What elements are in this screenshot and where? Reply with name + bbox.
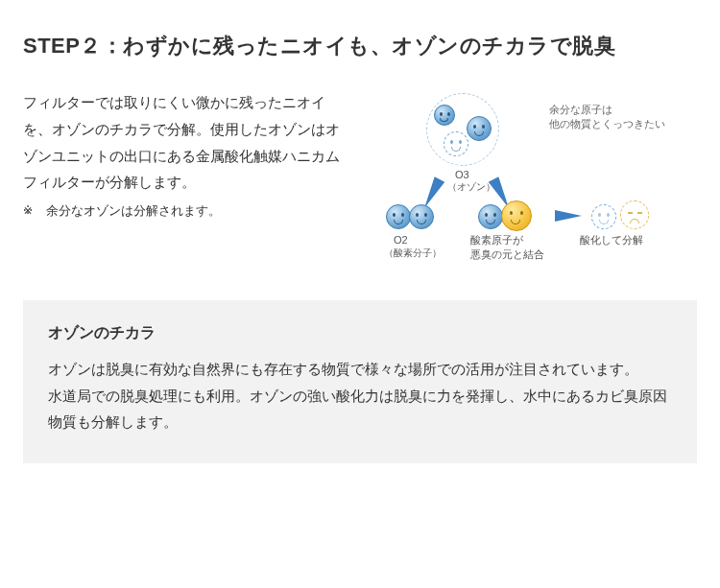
footnote-mark: ※ <box>23 203 33 217</box>
oxygen-atom-icon <box>478 204 503 229</box>
diagram-o2-label: O2 <box>394 233 408 247</box>
footnote-text: 余分なオゾンは分解されます。 <box>46 203 221 218</box>
decomposed-odor-icon <box>620 200 649 229</box>
step-heading: STEP２：わずかに残ったニオイも、オゾンのチカラで脱臭 <box>23 29 697 62</box>
ozone-callout: オゾンのチカラ オゾンは脱臭に有効な自然界にも存在する物質で様々な場所での活用が… <box>23 300 697 463</box>
main-text-block: フィルターでは取りにくい微かに残ったニオイを、オゾンのチカラで分解。使用したオゾ… <box>23 89 340 271</box>
o2-atom-icon <box>386 204 411 229</box>
odor-molecule-icon <box>501 200 532 231</box>
main-row: フィルターでは取りにくい微かに残ったニオイを、オゾンのチカラで分解。使用したオゾ… <box>23 89 697 271</box>
diagram-oxide-label: 酸化して分解 <box>580 233 643 247</box>
o3-extra-atom-icon <box>444 131 468 156</box>
arrow-right-icon <box>555 210 582 222</box>
diagram-combine-label-1: 酸素原子が <box>470 233 523 247</box>
callout-title: オゾンのチカラ <box>48 323 672 343</box>
diagram-note: 余分な原子は 他の物質とくっつきたい <box>549 103 665 131</box>
o2-atom-icon <box>409 204 434 229</box>
ozone-diagram: 余分な原子は 他の物質とくっつきたい O3 （オゾン） O2 （酸素分子） <box>357 89 697 271</box>
callout-body: オゾンは脱臭に有効な自然界にも存在する物質で様々な場所での活用が注目されています… <box>48 357 672 436</box>
footnote: ※ 余分なオゾンは分解されます。 <box>23 200 340 223</box>
decomposed-oxygen-icon <box>591 204 616 229</box>
o3-atom-icon <box>467 116 492 141</box>
main-paragraph: フィルターでは取りにくい微かに残ったニオイを、オゾンのチカラで分解。使用したオゾ… <box>23 89 340 196</box>
diagram-o2-sublabel: （酸素分子） <box>384 247 442 260</box>
diagram-combine-label-2: 悪臭の元と結合 <box>470 247 544 262</box>
